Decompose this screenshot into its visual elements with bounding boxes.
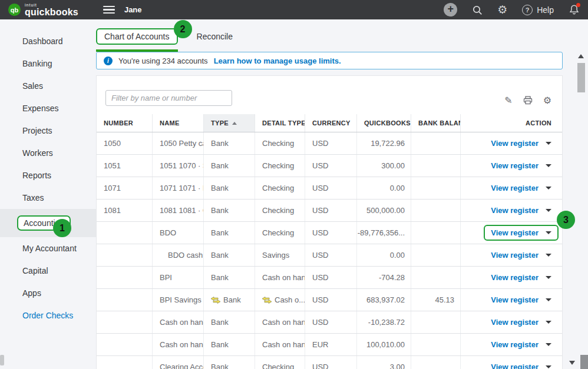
usage-limits-link[interactable]: Learn how to manage usage limits. [214, 56, 341, 65]
action-dropdown-caret-icon[interactable] [546, 321, 551, 324]
gear-icon[interactable]: ⚙ [497, 3, 507, 16]
cell-detail-type: Checking [255, 200, 305, 221]
cell-bank-balance: 45.13 [411, 289, 461, 311]
col-header-type[interactable]: TYPE [204, 114, 255, 132]
action-dropdown-caret-icon[interactable] [546, 254, 551, 257]
company-name: Jane [124, 5, 142, 14]
table-row: BPI Savings 2 Bank Cash o... USD 683,937… [97, 289, 562, 311]
view-register-link[interactable]: View register [491, 273, 539, 282]
horizontal-scroll-fragment[interactable] [0, 355, 4, 365]
cell-currency: USD [305, 267, 357, 288]
col-header-number[interactable]: NUMBER [97, 114, 153, 132]
cell-name: BPI [153, 267, 204, 288]
cell-quickbooks-balance: 300.00 [357, 155, 411, 177]
quickbooks-logo[interactable]: qb intuit quickbooks [8, 3, 78, 17]
scrollbar-thumb[interactable] [577, 63, 585, 92]
cell-detail-type: Cash on hand [255, 311, 305, 333]
cell-number [97, 311, 153, 333]
cell-number: 1050 [97, 132, 153, 154]
sidebar-item-apps[interactable]: Apps [0, 282, 96, 304]
sidebar-item-expenses[interactable]: Expenses [0, 97, 96, 119]
create-plus-icon[interactable]: + [444, 3, 457, 16]
sidebar-item-dashboard[interactable]: Dashboard [0, 30, 96, 52]
cell-number: 1081 [97, 200, 153, 221]
action-dropdown-caret-icon[interactable] [546, 231, 551, 234]
table-row: Cash on hand Bank Cash on hand USD -10,2… [97, 311, 562, 334]
tab-chart-of-accounts[interactable]: Chart of Accounts 2 [96, 28, 178, 45]
cell-currency: USD [305, 289, 357, 311]
sidebar-item-reports[interactable]: Reports [0, 164, 96, 187]
cell-currency: USD [305, 155, 357, 177]
cell-detail-type: Cash o... [255, 289, 305, 311]
sidebar-item-projects[interactable]: Projects [0, 119, 96, 142]
cell-type: Bank [204, 200, 255, 221]
cell-bank-balance [411, 244, 461, 266]
table-body: 1050 1050 Petty cash Bank Checking USD 1… [97, 132, 562, 369]
filter-input[interactable] [105, 90, 232, 106]
notifications-bell-icon[interactable] [569, 4, 580, 15]
action-dropdown-caret-icon[interactable] [546, 343, 551, 346]
action-dropdown-caret-icon[interactable] [546, 209, 551, 212]
cell-bank-balance [411, 356, 461, 369]
cell-detail-type: Checking [255, 222, 305, 244]
cell-name: Clearing Accou [153, 356, 204, 369]
sidebar-item-order-checks[interactable]: Order Checks [0, 304, 96, 327]
action-dropdown-caret-icon[interactable] [546, 298, 551, 301]
action-dropdown-caret-icon[interactable] [546, 142, 551, 145]
sidebar-item-taxes[interactable]: Taxes [0, 187, 96, 209]
sidebar-item-sales[interactable]: Sales [0, 75, 96, 97]
view-register-link[interactable]: View register [491, 340, 539, 349]
cell-action: View register [461, 267, 562, 288]
scroll-down-arrow-icon[interactable] [569, 361, 575, 365]
cell-number [97, 267, 153, 288]
view-register-link[interactable]: View register [491, 295, 539, 304]
view-register-link[interactable]: View register [491, 161, 539, 170]
help-button[interactable]: ? Help [522, 5, 554, 15]
cell-detail-type: Checking [255, 155, 305, 177]
edit-pencil-icon[interactable]: ✎ [504, 95, 512, 106]
cell-currency: USD [305, 311, 357, 333]
cell-action: View register [461, 289, 562, 311]
cell-number [97, 244, 153, 266]
cell-bank-balance [411, 200, 461, 221]
search-icon[interactable] [472, 5, 483, 15]
col-header-detail-type[interactable]: DETAIL TYPE [255, 114, 305, 132]
sidebar-item-workers[interactable]: Workers [0, 142, 96, 164]
table-settings-gear-icon[interactable]: ⚙ [543, 95, 551, 106]
col-header-name[interactable]: NAME [153, 114, 204, 132]
tabs-bar: Chart of Accounts 2 Reconcile [96, 19, 563, 52]
cell-quickbooks-balance: 0.00 [357, 244, 411, 266]
sidebar-item-accounting[interactable]: Accounting 1 [0, 209, 96, 237]
action-dropdown-caret-icon[interactable] [546, 164, 551, 167]
view-register-link[interactable]: View register [491, 251, 539, 260]
cell-currency: USD [305, 356, 357, 369]
sidebar-item-my-accountant[interactable]: My Accountant [0, 237, 96, 260]
scroll-up-arrow-icon[interactable] [578, 54, 584, 58]
sidebar-item-capital[interactable]: Capital [0, 260, 96, 282]
action-dropdown-caret-icon[interactable] [546, 365, 551, 368]
cell-bank-balance [411, 334, 461, 355]
cell-name: BDO [153, 222, 204, 244]
vertical-scrollbar[interactable] [577, 52, 585, 369]
view-register-link[interactable]: View register [491, 363, 539, 369]
view-register-link[interactable]: View register [491, 139, 539, 148]
view-register-link[interactable]: View register [491, 206, 539, 215]
col-header-currency[interactable]: CURRENCY [305, 114, 357, 132]
cell-action: View register [461, 356, 562, 369]
col-header-bank-balance[interactable]: BANK BALANCE [411, 114, 461, 132]
hamburger-menu-icon[interactable] [103, 4, 115, 16]
printer-icon[interactable] [523, 96, 533, 105]
sidebar-item-banking[interactable]: Banking [0, 52, 96, 75]
tab-reconcile[interactable]: Reconcile [197, 32, 233, 41]
foreign-currency-icon [262, 297, 272, 304]
action-dropdown-caret-icon[interactable] [546, 276, 551, 279]
col-header-quickbooks-balance[interactable]: QUICKBOOKS B [357, 114, 411, 132]
cell-currency: EUR [305, 334, 357, 355]
action-dropdown-caret-icon[interactable] [546, 187, 551, 190]
view-register-link[interactable]: View register [491, 184, 539, 192]
accounts-table: NUMBER NAME TYPE DETAIL TYPE CURRENCY QU… [97, 114, 562, 369]
view-register-link[interactable]: View register [491, 228, 539, 237]
view-register-link[interactable]: View register [491, 318, 539, 327]
cell-number [97, 334, 153, 355]
cell-bank-balance [411, 177, 461, 199]
